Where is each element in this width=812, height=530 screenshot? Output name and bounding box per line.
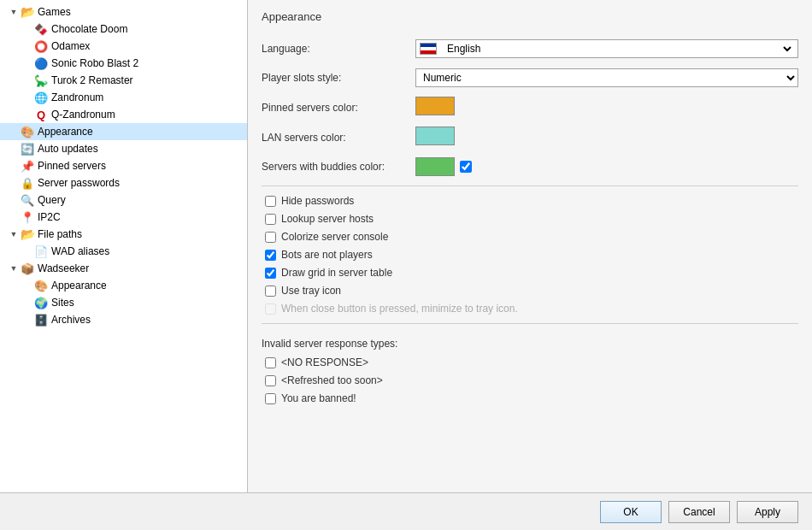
language-label: Language: [262,43,415,55]
archives-icon: 🗄️ [34,313,48,327]
player-slots-control: Numeric [415,68,798,87]
right-panel: Appearance Language: English Player slot… [248,0,812,492]
checkbox-no-response: <NO RESPONSE> [262,356,798,368]
language-row: Language: English [262,38,798,59]
sidebar-item-query[interactable]: 🔍 Query [0,191,247,209]
no-response-checkbox[interactable] [265,357,276,368]
player-slots-select[interactable]: Numeric [415,68,798,87]
sidebar-item-ip2c[interactable]: 📍 IP2C [0,209,247,226]
sidebar-label-wadseeker: Wadseeker [38,262,89,274]
sidebar-label-appearance-wad: Appearance [51,280,107,292]
buddies-color-button[interactable] [415,157,455,176]
sidebar-item-file-paths[interactable]: ▼ 📂 File paths [0,226,247,243]
checkbox-lookup-hosts: Lookup server hosts [262,213,798,225]
no-response-label: <NO RESPONSE> [281,356,368,368]
checkbox-use-tray: Use tray icon [262,285,798,297]
buddies-color-checkbox[interactable] [460,161,472,173]
sidebar-item-auto-updates[interactable]: 🔄 Auto updates [0,140,247,157]
sidebar-item-server-passwords[interactable]: 🔒 Server passwords [0,174,247,191]
colorize-console-label: Colorize server console [281,231,388,243]
sidebar-item-sites[interactable]: 🌍 Sites [0,294,247,311]
ok-button[interactable]: OK [600,501,662,523]
language-select-wrapper[interactable]: English [415,39,798,58]
zandronum-icon: 🌐 [34,91,48,104]
minimize-tray-label: When close button is pressed, minimize t… [281,303,518,315]
checkbox-colorize-console: Colorize server console [262,231,798,243]
toggle-games[interactable]: ▼ [7,5,21,19]
buddies-color-control [415,157,798,176]
you-are-banned-label: You are banned! [281,392,356,404]
appearance-wad-icon: 🎨 [34,279,48,292]
sidebar-label-chocolate-doom: Chocolate Doom [51,23,127,35]
chocolate-doom-icon: 🍫 [34,22,48,36]
sidebar-item-appearance-wad[interactable]: 🎨 Appearance [0,277,247,294]
games-folder-icon: 📂 [21,5,34,19]
checkbox-refreshed-soon: <Refreshed too soon> [262,374,798,386]
checkbox-draw-grid: Draw grid in server table [262,267,798,279]
invalid-section-title: Invalid server response types: [262,338,798,350]
lookup-hosts-label: Lookup server hosts [281,213,374,225]
sidebar-label-file-paths: File paths [38,228,82,240]
player-slots-row: Player slots style: Numeric [262,68,798,88]
sidebar-item-zandronum[interactable]: 🌐 Zandronum [0,89,247,106]
checkbox-bots-not-players: Bots are not players [262,249,798,261]
appearance-icon: 🎨 [21,125,34,138]
hide-passwords-label: Hide passwords [281,195,354,207]
sidebar-label-q-zandronum: Q-Zandronum [51,109,115,121]
lan-color-row: LAN servers color: [262,127,798,148]
sidebar-item-wad-aliases[interactable]: 📄 WAD aliases [0,243,247,260]
lan-color-button[interactable] [415,127,455,145]
divider-1 [262,186,798,186]
hide-passwords-checkbox[interactable] [265,196,276,207]
sidebar-item-archives[interactable]: 🗄️ Archives [0,311,247,328]
sidebar-item-q-zandronum[interactable]: Q Q-Zandronum [0,106,247,123]
sidebar-item-chocolate-doom[interactable]: 🍫 Chocolate Doom [0,21,247,38]
autoupdate-icon: 🔄 [21,142,34,156]
refreshed-soon-checkbox[interactable] [265,375,276,386]
lan-color-label: LAN servers color: [262,132,415,144]
draw-grid-checkbox[interactable] [265,268,276,279]
password-icon: 🔒 [21,176,34,190]
sidebar-item-odamex[interactable]: ⭕ Odamex [0,38,247,55]
language-select[interactable]: English [440,40,794,57]
buddies-color-label: Servers with buddies color: [262,161,415,173]
toggle-filepaths[interactable]: ▼ [7,227,21,241]
sidebar-label-wad-aliases: WAD aliases [51,245,109,257]
sidebar-label-auto-updates: Auto updates [38,143,98,155]
sidebar: ▼ 📂 Games 🍫 Chocolate Doom ⭕ Odamex 🔵 So… [0,0,248,492]
toggle-wadseeker[interactable]: ▼ [7,262,21,275]
language-control: English [415,39,798,58]
bots-not-players-checkbox[interactable] [265,250,276,261]
sidebar-item-pinned-servers[interactable]: 📌 Pinned servers [0,157,247,174]
wad-icon: 📄 [34,244,48,258]
sidebar-item-games[interactable]: ▼ 📂 Games [0,3,247,21]
panel-title: Appearance [262,10,798,26]
sidebar-item-wadseeker[interactable]: ▼ 📦 Wadseeker [0,260,247,277]
sidebar-item-sonic[interactable]: 🔵 Sonic Robo Blast 2 [0,55,247,72]
flag-icon [420,43,437,55]
query-icon: 🔍 [21,193,34,207]
buddies-color-row: Servers with buddies color: [262,156,798,177]
sidebar-label-sites: Sites [51,297,74,309]
pinned-icon: 📌 [21,159,34,173]
sidebar-label-archives: Archives [51,314,91,326]
checkbox-you-are-banned: You are banned! [262,392,798,404]
player-slots-label: Player slots style: [262,72,415,84]
use-tray-label: Use tray icon [281,285,341,297]
use-tray-checkbox[interactable] [265,286,276,297]
you-are-banned-checkbox[interactable] [265,393,276,404]
ip2c-icon: 📍 [21,210,34,224]
lookup-hosts-checkbox[interactable] [265,214,276,225]
sidebar-item-appearance[interactable]: 🎨 Appearance [0,123,247,140]
lan-color-control [415,127,798,148]
colorize-console-checkbox[interactable] [265,232,276,243]
cancel-button[interactable]: Cancel [668,501,730,523]
sidebar-item-turok[interactable]: 🦕 Turok 2 Remaster [0,72,247,89]
refreshed-soon-label: <Refreshed too soon> [281,374,383,386]
apply-button[interactable]: Apply [737,501,798,523]
pinned-color-control [415,97,798,118]
filepaths-folder-icon: 📂 [21,227,34,241]
minimize-tray-checkbox[interactable] [265,303,276,315]
bottom-bar: OK Cancel Apply [0,492,812,530]
pinned-color-button[interactable] [415,97,455,115]
